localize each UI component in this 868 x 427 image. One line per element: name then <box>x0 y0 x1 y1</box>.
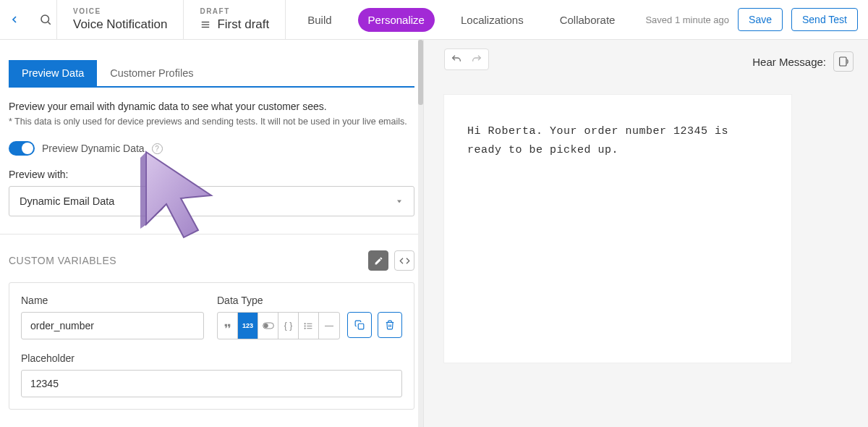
svg-point-11 <box>305 323 305 324</box>
custom-vars-header: CUSTOM VARIABLES <box>0 234 423 282</box>
main-nav: Build Personalize Localizations Collabor… <box>285 0 637 39</box>
send-test-button[interactable]: Send Test <box>791 8 858 31</box>
datatype-label: Data Type <box>217 295 402 306</box>
copy-icon <box>354 320 365 330</box>
nav-collaborate[interactable]: Collaborate <box>550 8 626 32</box>
scrollbar[interactable] <box>418 40 423 427</box>
type-number-button[interactable]: 123 <box>238 313 258 339</box>
help-icon[interactable]: ? <box>152 143 163 154</box>
svg-point-12 <box>305 325 305 326</box>
preview-with-dropdown[interactable]: Dynamic Email Data <box>9 186 414 216</box>
back-button[interactable] <box>4 14 25 25</box>
menu-icon <box>200 20 211 30</box>
svg-rect-14 <box>358 324 364 329</box>
trash-icon <box>385 320 395 330</box>
code-icon <box>399 255 410 266</box>
nav-localizations[interactable]: Localizations <box>451 8 534 32</box>
save-button[interactable]: Save <box>738 8 783 31</box>
top-bar: VOICE Voice Notification DRAFT First dra… <box>0 0 868 40</box>
saved-ago-label: Saved 1 minute ago <box>645 14 729 25</box>
undo-redo-group <box>444 48 489 70</box>
hear-message-button[interactable] <box>833 51 854 72</box>
svg-point-7 <box>264 324 268 327</box>
datatype-group: 123 { } — <box>217 312 340 339</box>
left-panel: Preview Data Customer Profiles Preview y… <box>0 40 424 427</box>
svg-point-0 <box>41 15 49 23</box>
edit-vars-button[interactable] <box>368 250 388 271</box>
copy-var-button[interactable] <box>347 312 372 338</box>
search-icon <box>39 13 52 26</box>
preview-note: * This data is only used for device prev… <box>0 117 423 138</box>
draft-title: First draft <box>217 17 269 32</box>
name-input[interactable] <box>21 312 204 339</box>
svg-rect-15 <box>840 57 846 66</box>
speaker-icon <box>838 56 849 67</box>
voice-cell: VOICE Voice Notification <box>56 0 183 39</box>
name-label: Name <box>21 295 204 306</box>
tab-customer-profiles[interactable]: Customer Profiles <box>97 60 206 86</box>
custom-vars-title: CUSTOM VARIABLES <box>9 255 116 266</box>
quote-icon <box>223 321 232 331</box>
placeholder-input[interactable] <box>21 370 402 397</box>
type-null-button[interactable]: — <box>319 313 339 339</box>
placeholder-label: Placeholder <box>21 352 402 364</box>
chevron-left-icon <box>9 14 20 25</box>
preview-with-label: Preview with: <box>0 169 423 180</box>
list-icon <box>304 321 313 331</box>
redo-button[interactable] <box>468 51 485 67</box>
dropdown-value: Dynamic Email Data <box>20 195 114 207</box>
draft-label: DRAFT <box>200 7 269 15</box>
draft-title-row: First draft <box>200 17 269 32</box>
pencil-icon <box>374 256 383 266</box>
undo-icon <box>451 54 462 65</box>
nav-build[interactable]: Build <box>297 8 341 32</box>
svg-marker-5 <box>397 200 401 203</box>
search-button[interactable] <box>35 13 56 26</box>
code-view-button[interactable] <box>394 250 414 271</box>
type-boolean-button[interactable] <box>258 313 278 339</box>
type-list-button[interactable] <box>299 313 319 339</box>
panel-tabs: Preview Data Customer Profiles <box>9 60 414 88</box>
type-object-button[interactable]: { } <box>278 313 299 339</box>
custom-vars-actions <box>368 250 414 271</box>
hear-message-label: Hear Message: <box>752 56 826 68</box>
toggle-label: Preview Dynamic Data <box>42 143 145 154</box>
redo-icon <box>471 54 482 65</box>
tab-preview-data[interactable]: Preview Data <box>9 60 97 86</box>
toggle-icon <box>263 322 274 329</box>
nav-personalize[interactable]: Personalize <box>358 8 435 32</box>
draft-cell[interactable]: DRAFT First draft <box>183 0 285 39</box>
preview-dynamic-toggle[interactable] <box>9 141 35 156</box>
right-panel: Hear Message: Hi Roberta. Your order num… <box>424 40 868 427</box>
delete-var-button[interactable] <box>378 312 402 338</box>
message-text: Hi Roberta. Your order number 12345 is r… <box>467 122 768 159</box>
topbar-left <box>0 0 56 39</box>
custom-var-card: Name Data Type 123 <box>9 282 414 410</box>
chevron-down-icon <box>395 197 404 206</box>
svg-point-13 <box>305 328 305 329</box>
svg-line-1 <box>48 22 50 24</box>
topbar-right: Saved 1 minute ago Save Send Test <box>645 0 868 39</box>
message-preview-card: Hi Roberta. Your order number 12345 is r… <box>444 95 791 363</box>
toggle-row: Preview Dynamic Data ? <box>0 138 423 169</box>
voice-label: VOICE <box>73 7 167 15</box>
preview-description: Preview your email with dynamic data to … <box>0 88 423 117</box>
voice-title: Voice Notification <box>73 17 167 32</box>
type-string-button[interactable] <box>218 313 238 339</box>
undo-button[interactable] <box>448 51 465 67</box>
